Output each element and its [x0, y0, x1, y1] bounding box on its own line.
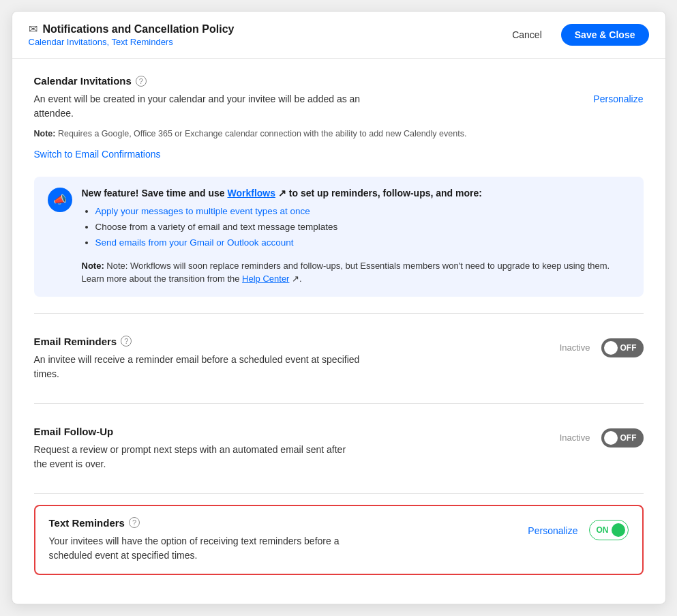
email-followup-right: Inactive OFF: [560, 428, 644, 448]
email-reminders-title-row: Email Reminders ?: [34, 336, 560, 347]
calendar-section-body: An event will be created in your calenda…: [34, 92, 644, 160]
divider-3: [34, 493, 644, 494]
email-followup-description: Request a review or prompt next steps wi…: [34, 443, 361, 471]
calendar-personalize-link[interactable]: Personalize: [593, 93, 643, 104]
divider-2: [34, 403, 644, 404]
text-reminders-inner: Text Reminders ? Your invitees will have…: [49, 517, 629, 563]
text-reminders-section: Text Reminders ? Your invitees will have…: [34, 505, 644, 575]
email-reminders-title: Email Reminders: [34, 336, 117, 347]
title-row: ✉ Notifications and Cancellation Policy: [29, 23, 235, 35]
email-followup-left: Email Follow-Up Request a review or prom…: [34, 426, 560, 471]
email-reminders-right: Inactive OFF: [560, 338, 644, 357]
workflows-content: New feature! Save time and use Workflows…: [82, 188, 630, 286]
workflows-bullet-1: Apply your messages to multiple event ty…: [95, 204, 630, 220]
email-reminders-left: Email Reminders ? An invitee will receiv…: [34, 336, 560, 381]
email-followup-title-row: Email Follow-Up: [34, 426, 560, 437]
toggle-circle-on: [612, 523, 625, 537]
email-reminders-status: Inactive: [560, 342, 590, 353]
text-reminders-title: Text Reminders: [49, 517, 125, 529]
text-reminders-toggle[interactable]: ON: [589, 520, 629, 540]
email-followup-section: Email Follow-Up Request a review or prom…: [34, 415, 644, 482]
megaphone-icon: 📣: [48, 188, 72, 212]
calendar-help-icon[interactable]: ?: [136, 76, 147, 87]
toggle-circle-followup: [604, 431, 618, 445]
text-reminders-title-row: Text Reminders ?: [49, 517, 528, 529]
text-reminders-help-icon[interactable]: ?: [129, 517, 140, 528]
modal-container: ✉ Notifications and Cancellation Policy …: [12, 11, 666, 604]
email-reminders-section: Email Reminders ? An invitee will receiv…: [34, 325, 644, 392]
calendar-invitations-title: Calendar Invitations: [34, 75, 132, 87]
calendar-invitations-section: Calendar Invitations ? An event will be …: [34, 75, 644, 160]
modal-subtitle: Calendar Invitations, Text Reminders: [29, 37, 235, 47]
calendar-title-row: Calendar Invitations ?: [34, 75, 644, 87]
email-reminders-description: An invitee will receive a reminder email…: [34, 353, 361, 381]
modal-title: Notifications and Cancellation Policy: [43, 23, 235, 35]
text-reminders-description: Your invitees will have the option of re…: [49, 534, 376, 563]
modal-header: ✉ Notifications and Cancellation Policy …: [12, 12, 665, 59]
toggle-off-label-followup: OFF: [620, 433, 637, 443]
email-followup-title: Email Follow-Up: [34, 426, 114, 437]
email-reminders-toggle[interactable]: OFF: [601, 338, 644, 357]
calendar-description-block: An event will be created in your calenda…: [34, 92, 467, 160]
switch-to-email-link[interactable]: Switch to Email Confirmations: [34, 149, 161, 160]
workflows-bullet-2: Choose from a variety of email and text …: [95, 220, 630, 235]
calendar-description: An event will be created in your calenda…: [34, 92, 361, 121]
workflows-note: Note: Note: Workflows will soon replace …: [82, 259, 630, 286]
email-followup-status: Inactive: [560, 432, 590, 443]
calendar-note: Note: Requires a Google, Office 365 or E…: [34, 128, 467, 141]
toggle-off-label: OFF: [620, 343, 637, 353]
save-close-button[interactable]: Save & Close: [561, 24, 649, 46]
divider-1: [34, 313, 644, 314]
workflows-banner: 📣 New feature! Save time and use Workflo…: [34, 177, 644, 297]
cancel-button[interactable]: Cancel: [501, 24, 553, 46]
text-reminders-personalize-link[interactable]: Personalize: [528, 525, 577, 536]
text-reminders-left: Text Reminders ? Your invitees will have…: [49, 517, 528, 563]
workflows-list: Apply your messages to multiple event ty…: [82, 204, 630, 251]
header-left: ✉ Notifications and Cancellation Policy …: [29, 23, 235, 47]
email-followup-toggle[interactable]: OFF: [601, 428, 644, 448]
toggle-circle: [604, 341, 618, 355]
envelope-icon: ✉: [29, 23, 37, 35]
workflows-title: New feature! Save time and use Workflows…: [82, 188, 630, 199]
email-reminders-help-icon[interactable]: ?: [121, 336, 132, 347]
toggle-on-label: ON: [597, 525, 609, 535]
text-reminders-right: Personalize ON: [528, 520, 628, 540]
workflows-link[interactable]: Workflows: [227, 188, 275, 199]
workflows-bullet-3: Send emails from your Gmail or Outlook a…: [95, 235, 630, 251]
help-center-link[interactable]: Help Center: [242, 274, 289, 284]
modal-body: Calendar Invitations ? An event will be …: [12, 59, 665, 591]
header-right: Cancel Save & Close: [501, 24, 648, 46]
